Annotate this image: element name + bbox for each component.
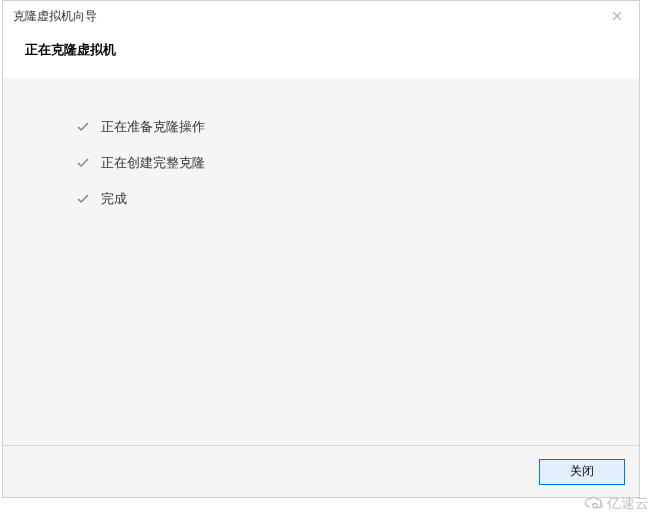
check-icon [75, 194, 91, 204]
close-icon[interactable] [603, 2, 631, 30]
header: 正在克隆虚拟机 [3, 31, 639, 77]
step-label: 完成 [101, 190, 127, 208]
dialog-title: 克隆虚拟机向导 [13, 8, 97, 25]
titlebar: 克隆虚拟机向导 [3, 1, 639, 31]
footer: 关闭 [3, 445, 639, 497]
step-item: 正在准备克隆操作 [75, 118, 639, 136]
check-icon [75, 122, 91, 132]
header-title: 正在克隆虚拟机 [25, 41, 617, 59]
clone-vm-wizard-dialog: 克隆虚拟机向导 正在克隆虚拟机 正在准备克隆操作 正在创建完整克隆 完成 [2, 0, 640, 498]
step-label: 正在创建完整克隆 [101, 154, 205, 172]
step-label: 正在准备克隆操作 [101, 118, 205, 136]
step-item: 完成 [75, 190, 639, 208]
close-button[interactable]: 关闭 [539, 459, 625, 485]
content-area: 正在准备克隆操作 正在创建完整克隆 完成 [3, 78, 639, 445]
check-icon [75, 158, 91, 168]
step-item: 正在创建完整克隆 [75, 154, 639, 172]
svg-point-0 [593, 504, 597, 508]
